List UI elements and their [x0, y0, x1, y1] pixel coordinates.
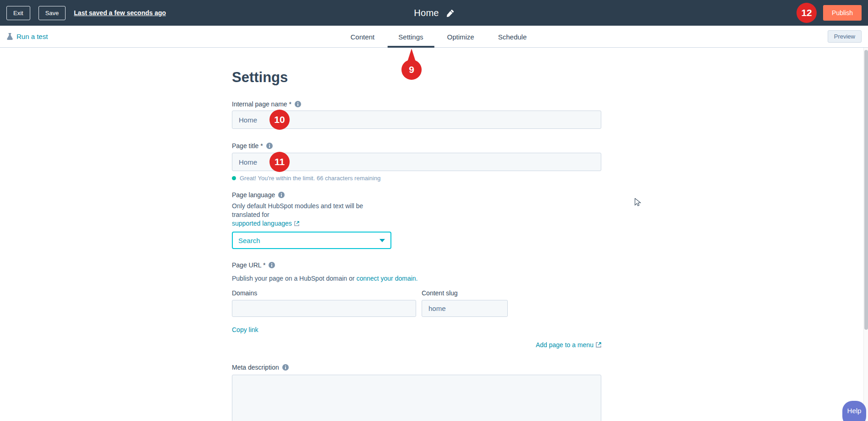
tab-optimize[interactable]: Optimize: [436, 26, 485, 48]
info-icon[interactable]: [278, 192, 285, 198]
domains-slug-row: Domains Content slug: [232, 289, 601, 317]
editor-top-bar: Exit Save Last saved a few seconds ago H…: [0, 0, 868, 26]
annotation-badge-10: 10: [269, 110, 290, 130]
flask-icon: [6, 33, 13, 40]
annotation-badge-11: 11: [269, 152, 290, 172]
editor-nav-bar: Run a test Content Settings Optimize Sch…: [0, 26, 868, 48]
success-dot-icon: [232, 176, 236, 180]
page-title-group-form: Page title * 11 Great! You're within the…: [232, 142, 601, 182]
annotation-badge-9: 9: [401, 60, 422, 80]
title-length-status: Great! You're within the limit. 66 chara…: [240, 175, 380, 182]
meta-description-group: Meta description: [232, 363, 601, 421]
exit-button[interactable]: Exit: [6, 6, 30, 20]
scrollbar-thumb[interactable]: [864, 50, 868, 330]
info-icon[interactable]: [282, 364, 289, 371]
external-link-icon: [596, 342, 601, 348]
info-icon[interactable]: [266, 143, 273, 149]
internal-page-name-label: Internal page name *: [232, 100, 291, 108]
chevron-down-icon: [379, 239, 385, 242]
page-language-label: Page language: [232, 191, 275, 199]
help-button[interactable]: Help: [842, 401, 866, 421]
supported-languages-link[interactable]: supported languages: [232, 219, 299, 228]
tab-settings[interactable]: Settings: [387, 26, 434, 48]
add-page-to-menu-link[interactable]: Add page to a menu: [536, 341, 601, 349]
last-saved-link[interactable]: Last saved a few seconds ago: [74, 9, 166, 17]
info-icon[interactable]: [295, 101, 301, 107]
page-title-group: Home: [414, 0, 454, 26]
meta-description-input[interactable]: [232, 375, 601, 421]
tab-bar: Content Settings Optimize Schedule: [340, 26, 538, 48]
vertical-scrollbar[interactable]: [863, 48, 868, 421]
info-icon[interactable]: [269, 262, 275, 268]
domains-input[interactable]: [232, 300, 416, 317]
copy-link-button[interactable]: Copy link: [232, 326, 258, 333]
meta-description-label: Meta description: [232, 363, 279, 371]
run-a-test-label: Run a test: [16, 33, 48, 40]
page-title-label: Page title *: [232, 142, 263, 150]
tab-schedule[interactable]: Schedule: [487, 26, 538, 48]
save-button[interactable]: Save: [38, 6, 66, 20]
page-language-helper: Only default HubSpot modules and text wi…: [232, 202, 363, 218]
connect-your-domain-link[interactable]: connect your domain.: [357, 275, 418, 282]
supported-languages-label: supported languages: [232, 219, 292, 228]
external-link-icon: [294, 221, 299, 226]
content-slug-input[interactable]: [422, 300, 508, 317]
page-url-helper: Publish your page on a HubSpot domain or: [232, 275, 355, 282]
content-slug-label: Content slug: [422, 289, 458, 297]
edit-pencil-icon[interactable]: [446, 9, 454, 17]
run-a-test-link[interactable]: Run a test: [6, 33, 48, 40]
annotation-badge-12: 12: [797, 3, 817, 23]
page-language-group: Page language Only default HubSpot modul…: [232, 191, 601, 249]
tab-content[interactable]: Content: [340, 26, 386, 48]
add-page-to-menu-label: Add page to a menu: [536, 341, 593, 349]
topbar-right-group: 12 Publish: [797, 3, 862, 23]
internal-page-name-group: Internal page name * 10: [232, 100, 601, 129]
preview-button[interactable]: Preview: [828, 30, 862, 43]
page-url-group: Page URL * Publish your page on a HubSpo…: [232, 261, 601, 349]
page-title: Home: [414, 8, 439, 18]
settings-form: Settings Internal page name * 10 Page ti…: [232, 69, 601, 421]
page-language-select[interactable]: Search: [232, 232, 391, 249]
domains-label: Domains: [232, 289, 257, 297]
topbar-left-group: Exit Save Last saved a few seconds ago: [6, 6, 166, 20]
page-url-label: Page URL *: [232, 261, 265, 269]
mouse-cursor: [634, 198, 643, 209]
publish-button[interactable]: Publish: [823, 5, 862, 21]
page-language-selected-value: Search: [238, 237, 379, 244]
